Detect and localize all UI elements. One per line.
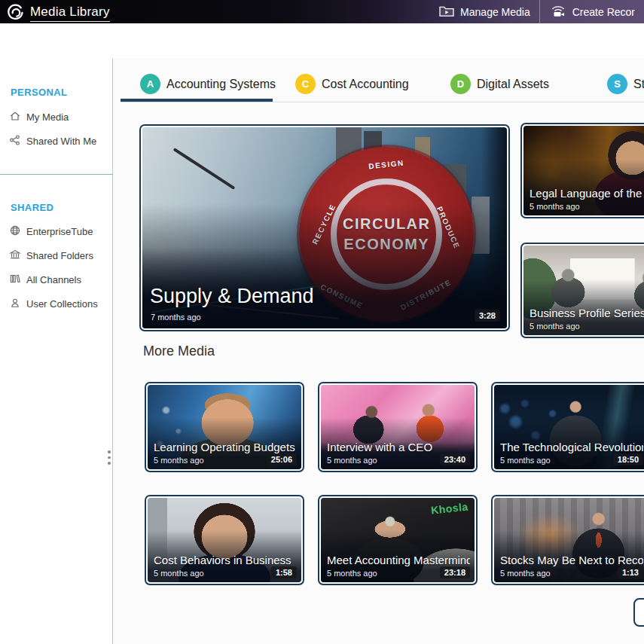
video-age: 5 months ago bbox=[530, 322, 580, 331]
duration-badge: 25:06 bbox=[267, 453, 297, 465]
user-icon bbox=[9, 297, 21, 311]
app-header: Media Library Manage Media bbox=[0, 0, 644, 23]
pagination-button[interactable] bbox=[633, 598, 644, 627]
media-library-page: Media Library Manage Media bbox=[0, 0, 644, 644]
video-age: 7 months ago bbox=[151, 313, 201, 322]
video-thumbnail: Interview with a CEO 5 months ago 23:40 bbox=[321, 385, 475, 469]
video-title: Business Profile Series bbox=[530, 307, 644, 319]
video-card-cost-behaviors[interactable]: Cost Behaviors in Business 5 months ago … bbox=[145, 495, 304, 585]
sidebar-item-label: Shared With Me bbox=[26, 136, 96, 147]
video-age: 5 months ago bbox=[154, 456, 204, 465]
duration-badge: 18:50 bbox=[613, 453, 643, 465]
toolbar bbox=[0, 23, 644, 58]
video-card-legal-language[interactable]: Legal Language of the Ma 5 months ago bbox=[520, 123, 644, 218]
swirl-logo-icon bbox=[6, 2, 25, 24]
video-age: 5 months ago bbox=[327, 569, 377, 578]
tab-label: Digital Assets bbox=[477, 78, 549, 91]
share-icon bbox=[9, 134, 21, 148]
header-actions: Manage Media Create Recor bbox=[429, 0, 644, 23]
tab-cost-accounting[interactable]: C Cost Accounting bbox=[295, 74, 409, 94]
create-recording-button[interactable]: Create Recor bbox=[540, 0, 644, 23]
video-title: Learning Operating Budgets bbox=[154, 441, 297, 453]
video-thumbnail: Cost Behaviors in Business 5 months ago … bbox=[148, 498, 301, 582]
sidebar-item-user-collections[interactable]: User Collections bbox=[9, 297, 98, 311]
featured-video-card[interactable]: DESIGN PRODUCE DISTRIBUTE CONSUME RECYCL… bbox=[139, 124, 510, 331]
video-thumbnail: Stocks May Be Next to Recover 5 months a… bbox=[494, 498, 644, 582]
video-age: 5 months ago bbox=[327, 456, 377, 465]
sidebar: PERSONAL My Media Shared With Me SHARED bbox=[0, 58, 113, 644]
sidebar-section-personal: PERSONAL bbox=[11, 87, 67, 98]
sidebar-resize-handle[interactable] bbox=[108, 450, 111, 465]
video-card-business-profile[interactable]: Business Profile Series 5 months ago bbox=[520, 243, 644, 338]
tab-stu[interactable]: S Stu bbox=[607, 74, 644, 94]
sidebar-item-label: User Collections bbox=[26, 298, 98, 310]
sidebar-item-label: My Media bbox=[26, 111, 69, 123]
tab-accounting-systems[interactable]: A Accounting Systems bbox=[140, 74, 276, 94]
tab-digital-assets[interactable]: D Digital Assets bbox=[450, 74, 549, 94]
tab-label: Stu bbox=[633, 78, 644, 91]
video-title: Meet Accounting Mastermind ... bbox=[327, 554, 470, 566]
video-title: Interview with a CEO bbox=[327, 441, 470, 453]
video-thumbnail: The Technological Revolution 5 months ag… bbox=[494, 385, 644, 469]
video-age: 5 months ago bbox=[500, 456, 551, 465]
video-thumbnail: Learning Operating Budgets 5 months ago … bbox=[148, 385, 301, 469]
books-icon bbox=[9, 273, 21, 287]
duration-badge: 3:28 bbox=[475, 310, 500, 322]
active-tab-underline bbox=[121, 99, 273, 102]
page-title: Media Library bbox=[30, 5, 110, 22]
tab-label: Accounting Systems bbox=[166, 78, 276, 91]
sidebar-item-label: All Channels bbox=[26, 274, 81, 285]
sidebar-item-label: Shared Folders bbox=[26, 250, 93, 261]
sidebar-item-my-media[interactable]: My Media bbox=[9, 110, 69, 124]
tab-initial-badge: D bbox=[450, 74, 471, 94]
video-card-technological-revolution[interactable]: The Technological Revolution 5 months ag… bbox=[491, 382, 644, 472]
video-card-accounting-mastermind[interactable]: Khosla Meet Accounting Mastermind ... 5 … bbox=[318, 495, 478, 585]
duration-badge: 1:13 bbox=[618, 566, 643, 578]
video-thumbnail: DESIGN PRODUCE DISTRIBUTE CONSUME RECYCL… bbox=[142, 127, 507, 328]
sidebar-divider bbox=[0, 174, 113, 175]
sidebar-section-shared: SHARED bbox=[11, 202, 53, 213]
tab-initial-badge: A bbox=[140, 74, 160, 94]
app-logo-home-link[interactable]: Media Library bbox=[6, 2, 110, 24]
home-icon bbox=[9, 110, 21, 124]
video-title: Cost Behaviors in Business bbox=[154, 554, 297, 566]
sidebar-item-enterprisetube[interactable]: EnterpriseTube bbox=[9, 224, 93, 239]
duration-badge: 23:18 bbox=[440, 566, 470, 578]
video-thumbnail: Business Profile Series 5 months ago bbox=[523, 246, 644, 335]
video-thumbnail: Khosla Meet Accounting Mastermind ... 5 … bbox=[321, 498, 475, 582]
bank-icon bbox=[9, 249, 21, 263]
sidebar-item-label: EnterpriseTube bbox=[26, 226, 93, 237]
manage-media-button[interactable]: Manage Media bbox=[429, 0, 539, 23]
video-title: The Technological Revolution bbox=[500, 441, 643, 453]
video-age: 5 months ago bbox=[154, 569, 204, 578]
folder-play-icon bbox=[438, 5, 455, 20]
video-thumbnail: Legal Language of the Ma 5 months ago bbox=[523, 126, 644, 215]
create-recording-label: Create Recor bbox=[572, 6, 635, 18]
video-title: Legal Language of the Ma bbox=[530, 187, 644, 200]
pen-graphic bbox=[173, 148, 236, 191]
duration-badge: 1:58 bbox=[271, 566, 297, 578]
thumbnail-overlay bbox=[142, 203, 507, 328]
video-card-interview-with-a-ceo[interactable]: Interview with a CEO 5 months ago 23:40 bbox=[318, 382, 478, 472]
video-card-learning-operating-budgets[interactable]: Learning Operating Budgets 5 months ago … bbox=[145, 382, 304, 472]
video-title: Stocks May Be Next to Recover bbox=[500, 554, 643, 566]
globe-icon bbox=[9, 224, 21, 239]
video-age: 5 months ago bbox=[530, 202, 580, 211]
tab-label: Cost Accounting bbox=[322, 78, 409, 91]
video-age: 5 months ago bbox=[500, 569, 551, 578]
manage-media-label: Manage Media bbox=[460, 6, 530, 18]
sidebar-item-shared-with-me[interactable]: Shared With Me bbox=[9, 134, 96, 148]
more-media-heading: More Media bbox=[143, 343, 215, 359]
sidebar-item-shared-folders[interactable]: Shared Folders bbox=[9, 249, 93, 263]
sidebar-item-all-channels[interactable]: All Channels bbox=[9, 273, 81, 287]
video-title: Supply & Demand bbox=[150, 285, 314, 308]
tab-initial-badge: S bbox=[607, 74, 627, 94]
tabs-bottom-rule bbox=[121, 102, 644, 102]
record-camera-icon bbox=[549, 4, 567, 20]
video-card-stocks-recover[interactable]: Stocks May Be Next to Recover 5 months a… bbox=[491, 495, 644, 585]
thumbnail-watermark: Khosla bbox=[431, 500, 469, 516]
duration-badge: 23:40 bbox=[440, 453, 470, 465]
tab-initial-badge: C bbox=[295, 74, 316, 94]
